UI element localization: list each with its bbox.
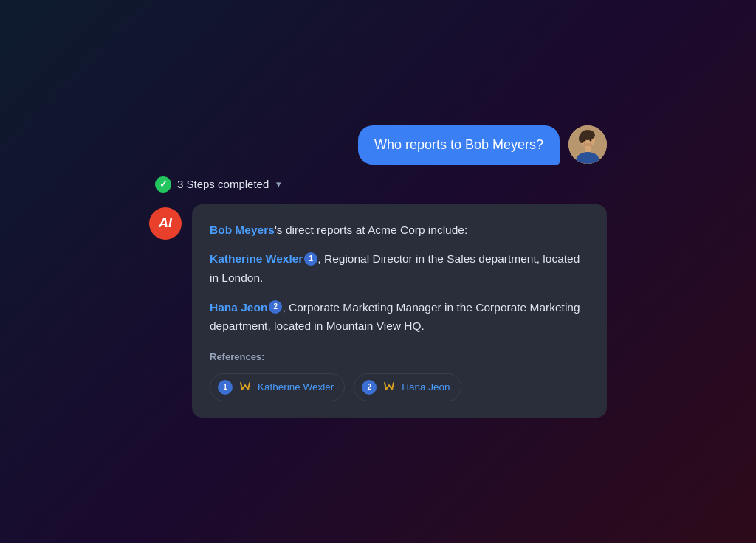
response-intro-text: 's direct reports at Acme Corp include: <box>275 224 467 236</box>
workato-icon-1 <box>238 380 252 395</box>
references-row: 1 Katherine Wexler 2 <box>210 373 589 401</box>
user-message-row: Who reports to Bob Meyers? <box>149 125 607 165</box>
response-person2-paragraph: Hana Jeon2, Corporate Marketing Manager … <box>210 298 589 336</box>
ref-chip-2-name: Hana Jeon <box>402 379 450 395</box>
ref-chip-1[interactable]: 1 Katherine Wexler <box>210 373 345 401</box>
checkmark-icon: ✓ <box>159 179 168 189</box>
chat-container: Who reports to Bob Meyers? <box>134 111 622 433</box>
chevron-down-icon[interactable]: ▾ <box>276 179 281 190</box>
steps-count: 3 <box>177 178 183 190</box>
user-message-text: Who reports to Bob Meyers? <box>374 137 543 152</box>
ref-chip-1-badge: 1 <box>218 380 233 395</box>
svg-point-4 <box>584 139 586 142</box>
steps-label: Steps completed <box>187 178 269 190</box>
avatar <box>568 125 607 164</box>
bob-meyers-name: Bob Meyers <box>210 224 275 236</box>
ai-logo: AI <box>149 207 182 240</box>
steps-text: 3 Steps completed <box>177 178 269 190</box>
ref-chip-2[interactable]: 2 Hana Jeon <box>354 373 461 401</box>
check-circle-icon: ✓ <box>155 176 171 193</box>
svg-point-3 <box>579 134 585 143</box>
ai-response-row: AI Bob Meyers's direct reports at Acme C… <box>149 204 607 418</box>
svg-rect-8 <box>585 146 591 152</box>
svg-point-5 <box>590 139 592 142</box>
ref-chip-1-name: Katherine Wexler <box>258 379 334 395</box>
hana-jeon-name: Hana Jeon <box>210 301 267 314</box>
avatar-image <box>568 125 607 164</box>
ai-logo-text: AI <box>159 215 172 231</box>
response-person1-paragraph: Katherine Wexler1, Regional Director in … <box>210 249 589 287</box>
workato-icon-2 <box>382 380 396 395</box>
ref-badge-1: 1 <box>304 252 317 266</box>
steps-row[interactable]: ✓ 3 Steps completed ▾ <box>149 176 607 193</box>
response-intro-paragraph: Bob Meyers's direct reports at Acme Corp… <box>210 221 589 240</box>
references-label: References: <box>210 349 589 364</box>
katherine-wexler-name: Katherine Wexler <box>210 252 303 265</box>
response-card: Bob Meyers's direct reports at Acme Corp… <box>192 204 607 418</box>
user-message-bubble: Who reports to Bob Meyers? <box>358 125 560 165</box>
ref-chip-2-badge: 2 <box>362 380 377 395</box>
ref-badge-2: 2 <box>269 300 282 314</box>
